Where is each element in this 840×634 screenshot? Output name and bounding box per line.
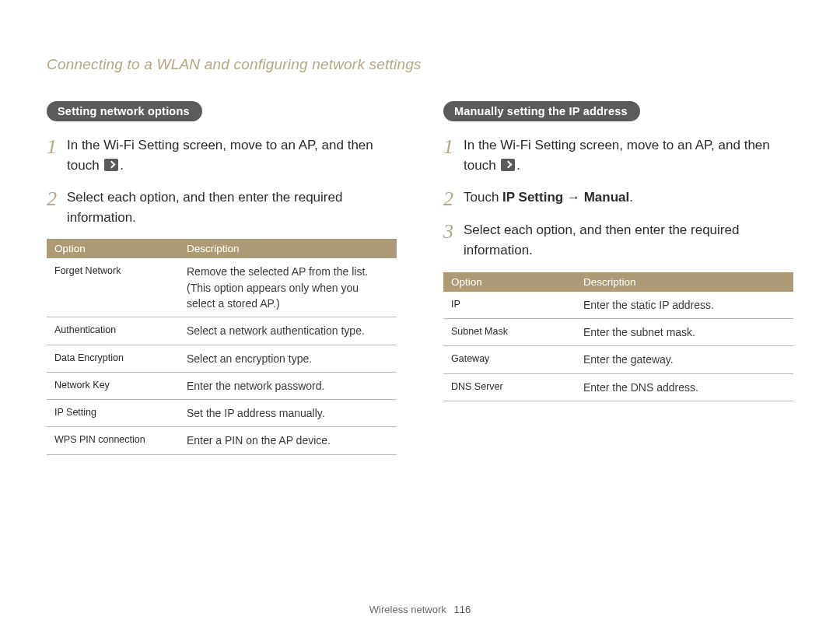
cell: Authentication bbox=[47, 317, 179, 345]
step-text: Select each option, and then enter the r… bbox=[67, 187, 397, 229]
cell: Select an encryption type. bbox=[179, 345, 397, 372]
cell: IP bbox=[443, 292, 576, 319]
chevron-right-icon bbox=[104, 159, 118, 171]
step-text-bold: Manual bbox=[584, 190, 630, 205]
step-text: Touch IP Setting → Manual. bbox=[464, 187, 633, 208]
cell: Enter the network password. bbox=[179, 372, 397, 399]
step: 1 In the Wi-Fi Setting screen, move to a… bbox=[47, 135, 397, 177]
table-row: WPS PIN connectionEnter a PIN on the AP … bbox=[47, 427, 397, 454]
cell: Enter the DNS address. bbox=[576, 373, 793, 401]
cell: Enter the gateway. bbox=[576, 346, 793, 373]
section-heading-left: Setting network options bbox=[47, 101, 202, 121]
step-text-part: . bbox=[120, 158, 124, 173]
cell: Subnet Mask bbox=[443, 318, 576, 345]
table-header: Description bbox=[179, 239, 397, 258]
cell: Enter a PIN on the AP device. bbox=[179, 427, 397, 454]
table-header: Description bbox=[576, 272, 793, 292]
table-row: Data EncryptionSelect an encryption type… bbox=[47, 345, 397, 372]
cell: Forget Network bbox=[47, 258, 179, 317]
chevron-right-icon bbox=[501, 159, 515, 171]
cell: Gateway bbox=[443, 346, 576, 373]
cell: WPS PIN connection bbox=[47, 427, 179, 454]
cell: Data Encryption bbox=[47, 345, 179, 372]
step: 2 Touch IP Setting → Manual. bbox=[443, 187, 793, 209]
page-number: 116 bbox=[453, 604, 471, 615]
step: 3 Select each option, and then enter the… bbox=[443, 220, 793, 261]
cell: DNS Server bbox=[443, 373, 576, 401]
step-text-part: → bbox=[563, 190, 583, 205]
step-text-part: . bbox=[516, 158, 520, 173]
table-row: Subnet MaskEnter the subnet mask. bbox=[443, 318, 793, 345]
section-heading-right: Manually setting the IP address bbox=[443, 101, 640, 121]
cell: Remove the selected AP from the list. (T… bbox=[179, 258, 397, 317]
step: 1 In the Wi-Fi Setting screen, move to a… bbox=[443, 135, 793, 177]
step-number: 2 bbox=[47, 187, 67, 209]
table-row: IPEnter the static IP address. bbox=[443, 292, 793, 319]
left-steps: 1 In the Wi-Fi Setting screen, move to a… bbox=[47, 135, 397, 228]
table-row: Network KeyEnter the network password. bbox=[47, 372, 397, 399]
table-row: GatewayEnter the gateway. bbox=[443, 346, 793, 373]
columns: Setting network options 1 In the Wi-Fi S… bbox=[47, 101, 793, 455]
table-row: Forget NetworkRemove the selected AP fro… bbox=[47, 258, 397, 317]
breadcrumb: Connecting to a WLAN and configuring net… bbox=[47, 56, 793, 73]
options-table-left: Option Description Forget NetworkRemove … bbox=[47, 239, 397, 454]
cell: Select a network authentication type. bbox=[179, 317, 397, 345]
left-column: Setting network options 1 In the Wi-Fi S… bbox=[47, 101, 397, 455]
right-steps: 1 In the Wi-Fi Setting screen, move to a… bbox=[443, 135, 793, 261]
step-text-part: . bbox=[629, 190, 633, 205]
right-column: Manually setting the IP address 1 In the… bbox=[443, 101, 793, 455]
cell: Enter the subnet mask. bbox=[576, 318, 793, 345]
table-row: AuthenticationSelect a network authentic… bbox=[47, 317, 397, 345]
table-row: DNS ServerEnter the DNS address. bbox=[443, 373, 793, 401]
step: 2 Select each option, and then enter the… bbox=[47, 187, 397, 229]
cell: Enter the static IP address. bbox=[576, 292, 793, 319]
step-number: 2 bbox=[443, 187, 464, 209]
cell: Network Key bbox=[47, 372, 179, 399]
step-number: 1 bbox=[47, 135, 67, 157]
page-footer: Wireless network 116 bbox=[0, 604, 840, 615]
step-text: In the Wi-Fi Setting screen, move to an … bbox=[464, 135, 793, 177]
footer-section: Wireless network bbox=[369, 604, 446, 615]
table-header: Option bbox=[47, 239, 179, 258]
step-text-part: Touch bbox=[464, 190, 502, 205]
cell: Set the IP address manually. bbox=[179, 400, 397, 427]
options-table-right: Option Description IPEnter the static IP… bbox=[443, 272, 793, 401]
cell: IP Setting bbox=[47, 400, 179, 427]
step-text-bold: IP Setting bbox=[502, 190, 563, 205]
manual-page: Connecting to a WLAN and configuring net… bbox=[0, 0, 840, 634]
step-text: In the Wi-Fi Setting screen, move to an … bbox=[67, 135, 397, 177]
step-number: 3 bbox=[443, 220, 464, 242]
step-number: 1 bbox=[443, 135, 464, 157]
table-header: Option bbox=[443, 272, 576, 292]
step-text: Select each option, and then enter the r… bbox=[464, 220, 793, 261]
table-row: IP SettingSet the IP address manually. bbox=[47, 400, 397, 427]
